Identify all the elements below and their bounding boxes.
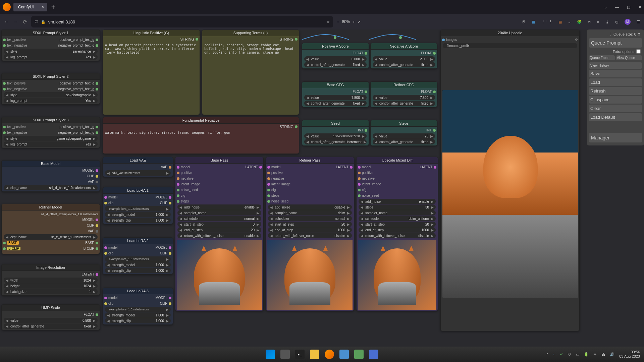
terminal-icon[interactable]: ▸_ <box>295 350 305 359</box>
view-queue-button[interactable]: View Queue <box>616 55 642 60</box>
ckpt-selector[interactable]: ◀ckpt_namesd_xl_base_1.0.safetensors▶ <box>4 185 98 190</box>
tray-chevron-icon[interactable]: ^ <box>546 352 548 356</box>
zoom-out-button[interactable]: − <box>337 20 339 24</box>
view-history-button[interactable]: View History <box>589 62 642 69</box>
node-base-cfg[interactable]: Base CFG FLOAT ◀value7.500▶ ◀control_aft… <box>302 81 369 107</box>
shield-icon[interactable]: 🛡 <box>35 20 38 24</box>
manager-button[interactable]: Manager <box>589 133 642 142</box>
style-selector[interactable]: ◀stylegame-cyberpunk game▶ <box>4 136 98 141</box>
task-view-icon[interactable] <box>280 350 290 359</box>
node-umd-scale[interactable]: UMD Scale FLOAT ◀value0.500▶ ◀control_af… <box>1 304 100 330</box>
maximize-icon[interactable]: ▢ <box>627 5 630 9</box>
ext-icon[interactable]: ⋮⋮⋮ <box>541 20 552 24</box>
node-refiner-pass[interactable]: Refiner Pass modelLATENT positive negati… <box>266 157 354 311</box>
batch-size-input[interactable]: ◀batch_size1▶ <box>4 289 98 294</box>
node-refiner-cfg[interactable]: Refiner CFG FLOAT ◀value7.500▶ ◀control_… <box>370 81 437 107</box>
extensions-icon[interactable]: 🧩 <box>577 20 582 24</box>
comfyui-canvas[interactable]: SDXL Prompt Styler 1 text_positivepositi… <box>0 29 644 348</box>
bluetooth-icon[interactable]: ᚼ <box>553 352 555 356</box>
control-after-gen[interactable]: ◀control_after_generatefixed▶ <box>4 323 98 329</box>
new-tab-button[interactable]: + <box>51 3 55 11</box>
ext-icon[interactable]: ∞ <box>597 20 599 24</box>
tray-icon[interactable]: ✔ <box>560 352 563 357</box>
back-button[interactable]: ← <box>4 19 9 25</box>
file-explorer-icon[interactable] <box>310 350 319 359</box>
start-button[interactable] <box>266 350 275 359</box>
downloads-icon[interactable]: ⭳ <box>605 20 609 24</box>
node-2048x-upscale[interactable]: 2048x Upscale images⚙ filename_prefix <box>440 29 580 331</box>
load-default-button[interactable]: Load Default <box>589 113 642 121</box>
node-load-lora-1[interactable]: Load LoRA 1 modelMODEL clipCLIP example-… <box>103 187 173 224</box>
node-seed[interactable]: Seed INT ◀value1034560695987720▶ ◀contro… <box>302 120 369 146</box>
log-prompt-selector[interactable]: ◀log_promptYes▶ <box>4 98 98 103</box>
lock-icon[interactable]: 🔒 <box>41 20 46 24</box>
node-load-lora-3[interactable]: Load LoRA 3 modelMODEL clipCLIP example-… <box>103 288 173 325</box>
save-button[interactable]: Save <box>589 70 642 77</box>
clipspace-button[interactable]: Clipspace <box>589 96 642 104</box>
node-positive-a-score[interactable]: Positive A Score FLOAT ◀value6.000▶ ◀con… <box>302 43 369 69</box>
bookmark-star-icon[interactable]: ☆ <box>326 20 330 24</box>
node-sdxl-prompt-styler-1[interactable]: SDXL Prompt Styler 1 text_positivepositi… <box>1 29 100 61</box>
brightness-icon[interactable]: ☀ <box>593 352 597 357</box>
node-image-resolution[interactable]: Image Resolution LATENT ◀width1024▶ ◀hei… <box>1 264 100 296</box>
node-sdxl-prompt-styler-2[interactable]: SDXL Prompt Styler 2 text_positivepositi… <box>1 73 100 105</box>
value-input[interactable]: ◀value0.500▶ <box>4 318 98 323</box>
ext-icon[interactable]: ▦ <box>558 20 562 24</box>
gear-icon[interactable]: ⚙ <box>637 32 641 36</box>
prompt-textarea[interactable] <box>103 42 200 115</box>
zoom-in-button[interactable]: + <box>353 20 355 24</box>
app-icon[interactable] <box>369 350 378 359</box>
node-load-lora-2[interactable]: Load LoRA 2 modelMODEL clipCLIP example-… <box>103 237 173 275</box>
log-prompt-selector[interactable]: ◀log_promptYes▶ <box>4 141 98 147</box>
log-prompt-selector[interactable]: ◀log_promptYes▶ <box>4 54 98 60</box>
height-input[interactable]: ◀height1024▶ <box>4 283 98 289</box>
queue-front-button[interactable]: Queue Front <box>589 55 615 60</box>
battery-icon[interactable]: 🔋 <box>584 352 589 357</box>
tray-icon[interactable]: 🛡 <box>568 352 571 356</box>
tab-close-icon[interactable]: × <box>42 5 44 9</box>
url-bar[interactable]: 🛡 🔒 vm.local:8189 ☆ <box>31 16 333 27</box>
history-icon[interactable]: ◷ <box>615 20 619 24</box>
reload-button[interactable]: ⟳ <box>23 19 27 25</box>
network-icon[interactable]: 🖧 <box>601 352 605 356</box>
account-icon[interactable]: M <box>625 19 631 25</box>
node-refiner-model[interactable]: Refiner Model sd_xl_offset_example-lora_… <box>1 204 100 254</box>
style-selector[interactable]: ◀stylesai-enhance▶ <box>4 49 98 54</box>
node-supporting-terms[interactable]: Supporting Terms (L) STRING <box>202 29 299 115</box>
fullscreen-icon[interactable]: ⤢ <box>358 20 361 24</box>
prompt-textarea[interactable] <box>202 42 299 115</box>
node-upscale-mixed-diff[interactable]: Upscale Mixed Diff modelLATENT positive … <box>356 157 438 311</box>
tabs-dropdown-icon[interactable]: ⌄ <box>604 5 607 9</box>
menu-icon[interactable]: ☰ <box>637 20 640 24</box>
firefox-taskbar-icon[interactable] <box>325 350 334 359</box>
node-base-pass[interactable]: Base Pass modelLATENT positive negative … <box>175 157 264 311</box>
node-base-model[interactable]: Base Model MODEL CLIP VAE ◀ckpt_namesd_x… <box>1 160 100 192</box>
prompt-textarea[interactable] <box>103 129 299 154</box>
calculator-icon[interactable] <box>339 350 349 359</box>
node-sdxl-prompt-styler-3[interactable]: SDXL Prompt Styler 3 text_positivepositi… <box>1 117 100 148</box>
load-button[interactable]: Load <box>589 78 642 86</box>
tray-icon[interactable]: ▭ <box>576 352 579 357</box>
extra-options-checkbox[interactable] <box>636 49 641 54</box>
filename-prefix-input[interactable]: filename_prefix <box>443 43 577 48</box>
app-icon[interactable] <box>354 350 364 359</box>
queue-prompt-button[interactable]: Queue Prompt <box>589 38 642 48</box>
browser-tab[interactable]: ComfyUI × <box>13 3 47 11</box>
node-load-vae[interactable]: Load VAE VAE ◀sdxl_vae.safetensors▶ <box>103 157 173 177</box>
width-input[interactable]: ◀width1024▶ <box>4 278 98 283</box>
close-window-icon[interactable]: ✕ <box>638 5 641 9</box>
system-clock[interactable]: 09:56 03 Aug 2023 <box>619 350 640 359</box>
style-selector[interactable]: ◀stylesai-photographic▶ <box>4 92 98 98</box>
pocket-icon[interactable]: ⌄ <box>568 20 571 24</box>
ckpt-selector[interactable]: ◀ckpt_namesd_xl_refiner_1.0.safetensors▶ <box>4 234 98 240</box>
ext-icon[interactable]: ⛨ <box>522 20 526 24</box>
node-steps[interactable]: Steps INT ◀value25▶ ◀control_after_gener… <box>370 120 437 146</box>
node-fundamental-negative[interactable]: Fundamental Negative STRING <box>103 117 299 154</box>
node-linguistic-positive[interactable]: Linguistic Positive (G) STRING <box>103 29 200 115</box>
ext-icon[interactable]: ▦ <box>532 20 535 24</box>
vae-selector[interactable]: ◀sdxl_vae.safetensors▶ <box>105 170 171 176</box>
node-negative-a-score[interactable]: Negative A Score FLOAT ◀value2.000▶ ◀con… <box>370 43 437 69</box>
forward-button[interactable]: → <box>13 19 19 25</box>
minimize-icon[interactable]: — <box>615 5 619 9</box>
volume-icon[interactable]: 🔊 <box>610 352 614 357</box>
